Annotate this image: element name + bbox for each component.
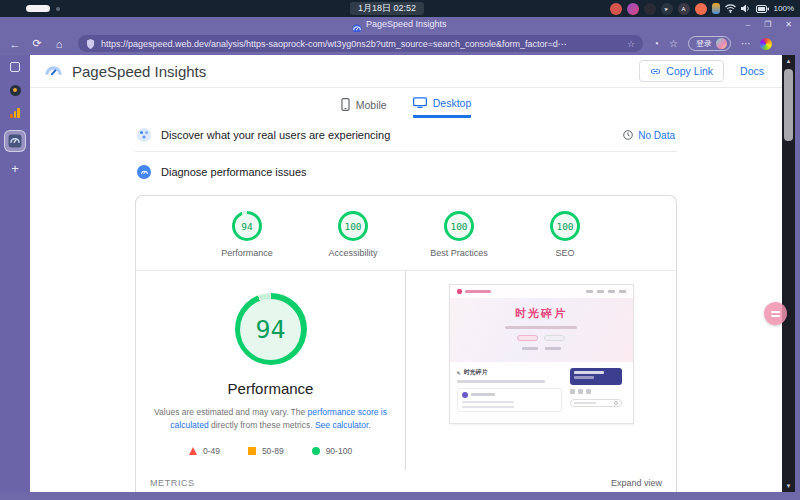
field-data-icon: [137, 128, 151, 142]
input-method-icon[interactable]: [712, 3, 720, 14]
bookmark-star-icon[interactable]: ☆: [627, 39, 635, 49]
copy-link-label: Copy Link: [666, 65, 713, 77]
score-seo-value: 100: [553, 214, 577, 238]
minimize-button[interactable]: –: [746, 20, 750, 29]
shot-post-avatar: [462, 392, 468, 398]
browser-titlebar: PageSpeed Insights – ❐ ✕: [0, 17, 800, 32]
score-performance-value: 94: [235, 214, 259, 238]
shot-section-heading: ✎时光碎片: [457, 368, 562, 377]
back-button[interactable]: ←: [4, 38, 26, 50]
tab-title[interactable]: PageSpeed Insights: [366, 19, 447, 29]
paper-plane-glyph: ➤: [664, 5, 670, 12]
login-button[interactable]: 登录: [688, 36, 731, 51]
extension-icon[interactable]: ◔: [653, 38, 659, 49]
system-clock[interactable]: 1月18日 02:52: [350, 2, 424, 15]
score-seo-label: SEO: [555, 248, 574, 258]
performance-gauge[interactable]: 94: [235, 293, 307, 365]
score-accessibility[interactable]: 100 Accessibility: [317, 211, 389, 258]
shot-sidebar-column: [570, 368, 626, 412]
shot-site-title: 时光碎片: [515, 306, 567, 321]
red-triangle-icon: [189, 447, 197, 455]
battery-percent: 100%: [774, 4, 794, 13]
metrics-header: METRICS Expand view: [136, 470, 676, 492]
vertical-tab-strip: +: [0, 55, 30, 492]
scroll-down-arrow[interactable]: ▼: [782, 480, 795, 492]
category-scores: 94 Performance 100 Accessibility 100 Bes…: [136, 196, 676, 270]
legend-fail: 0-49: [189, 446, 220, 456]
sidebar-pagespeed-active-tab[interactable]: [4, 130, 26, 152]
shot-subtitle-bar: [505, 326, 577, 329]
tab-mobile[interactable]: Mobile: [341, 97, 387, 118]
screenshot-panel: 时光碎片 ✎时光碎片: [406, 271, 676, 470]
shot-post-card: [457, 388, 562, 412]
letter-a-glyph: A: [682, 6, 686, 12]
docs-link[interactable]: Docs: [740, 65, 764, 77]
no-data-label: No Data: [638, 130, 675, 141]
performance-gauge-title: Performance: [146, 380, 395, 397]
app-header: PageSpeed Insights Copy Link Docs: [30, 55, 782, 88]
sidebar-app-icon[interactable]: [9, 84, 21, 96]
legend-pass: 90-100: [312, 446, 352, 456]
shot-logo-icon: [457, 289, 462, 294]
system-dot-icon: [56, 7, 60, 11]
window-edge: [795, 55, 800, 492]
sidebar-analytics-icon[interactable]: [9, 107, 21, 119]
sidebar-add-button[interactable]: +: [9, 163, 21, 175]
desktop-icon: [413, 97, 427, 109]
restore-button[interactable]: ❐: [764, 20, 771, 29]
score-seo[interactable]: 100 SEO: [529, 211, 601, 258]
page-scrollbar[interactable]: ▲ ▼: [782, 55, 795, 492]
orange-square-icon: [248, 447, 256, 455]
shot-purple-card: [570, 368, 622, 385]
disclaimer-text-1: Values are estimated and may vary. The: [154, 407, 308, 417]
scrollbar-thumb[interactable]: [784, 69, 793, 141]
tray-app-icon-2[interactable]: [627, 3, 639, 15]
legend-pass-range: 90-100: [326, 446, 352, 456]
telegram-icon[interactable]: ➤: [661, 3, 673, 15]
overflow-menu-button[interactable]: ⋯: [741, 38, 751, 49]
pagespeed-logo-icon: [44, 62, 63, 81]
device-tabs: Mobile Desktop: [135, 88, 677, 118]
expand-view-button[interactable]: Expand view: [611, 478, 662, 488]
site-security-icon[interactable]: [86, 39, 95, 49]
mobile-icon: [341, 98, 350, 111]
shot-nav-links: [586, 290, 626, 293]
diagnose-title: Diagnose performance issues: [161, 166, 675, 178]
tab-mobile-label: Mobile: [356, 99, 387, 111]
collections-star-icon[interactable]: ☆: [669, 38, 678, 49]
address-bar[interactable]: https://pagespeed.web.dev/analysis/https…: [78, 35, 643, 52]
tray-app-icon-6[interactable]: [695, 3, 707, 15]
shot-section-title: 时光碎片: [464, 368, 488, 377]
browser-menu-logo-icon[interactable]: [760, 38, 772, 50]
tray-app-a-icon[interactable]: A: [678, 3, 690, 15]
score-best-practices[interactable]: 100 Best Practices: [423, 211, 495, 258]
wifi-icon[interactable]: [725, 4, 736, 13]
tray-app-icon-1[interactable]: [610, 3, 622, 15]
home-button[interactable]: ⌂: [48, 38, 70, 50]
system-menu-pill[interactable]: [26, 5, 50, 12]
performance-gauge-panel: 94 Performance Values are estimated and …: [136, 271, 406, 470]
url-text[interactable]: https://pagespeed.web.dev/analysis/https…: [101, 39, 621, 49]
legend-average-range: 50-89: [262, 446, 284, 456]
pagespeed-icon: [8, 134, 22, 148]
volume-icon[interactable]: [741, 4, 751, 13]
copy-link-button[interactable]: Copy Link: [639, 60, 724, 82]
screen: 1月18日 02:52 ➤ A 100% PageSpeed Insights …: [0, 0, 800, 500]
reload-button[interactable]: ⟳: [26, 37, 48, 50]
close-button[interactable]: ✕: [785, 20, 792, 29]
lab-data-icon: [137, 165, 151, 179]
score-performance[interactable]: 94 Performance: [211, 211, 283, 258]
diagnose-section-header: Diagnose performance issues: [135, 152, 677, 188]
score-performance-label: Performance: [221, 248, 273, 258]
see-calculator-link[interactable]: See calculator.: [315, 420, 371, 430]
system-tray: ➤ A 100%: [610, 2, 794, 15]
floating-widget-badge[interactable]: [764, 302, 787, 325]
no-data-link[interactable]: No Data: [623, 130, 675, 141]
sidebar-windows-icon[interactable]: [9, 61, 21, 73]
page-screenshot-thumbnail: 时光碎片 ✎时光碎片: [449, 284, 634, 424]
browser-toolbar: ← ⟳ ⌂ https://pagespeed.web.dev/analysis…: [0, 32, 800, 55]
tab-desktop[interactable]: Desktop: [413, 97, 472, 118]
tray-app-icon-3[interactable]: [644, 3, 656, 15]
shot-search-bar: [570, 399, 622, 407]
scroll-up-arrow[interactable]: ▲: [782, 55, 795, 67]
